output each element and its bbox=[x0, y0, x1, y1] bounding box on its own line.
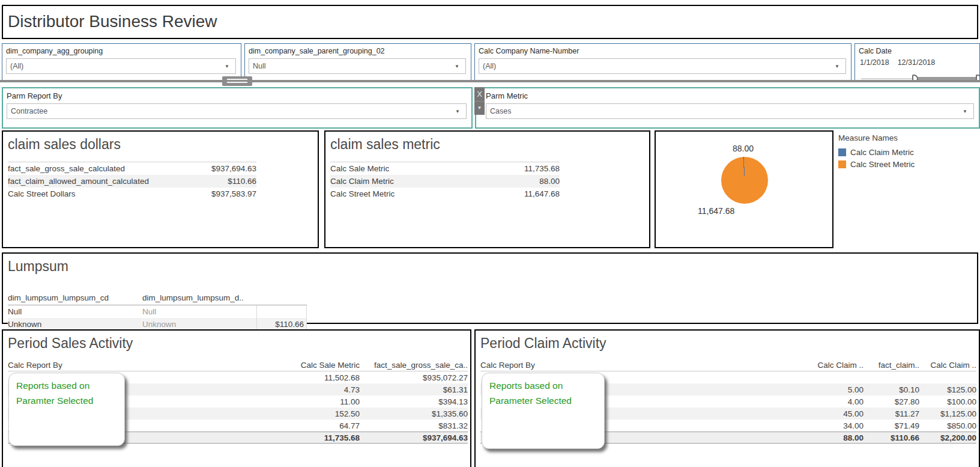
dropdown-value: Cases bbox=[490, 107, 960, 115]
chevron-down-icon[interactable]: ▼ bbox=[832, 64, 842, 69]
chevron-down-icon[interactable]: ▼ bbox=[222, 64, 232, 69]
drag-grip-handle[interactable] bbox=[222, 76, 252, 86]
zone-menu-caret-icon[interactable]: ▼ bbox=[474, 102, 485, 114]
dropdown-value: (All) bbox=[10, 62, 222, 70]
period-sales-panel: Period Sales Activity Calc Report By Cal… bbox=[2, 329, 471, 467]
table-header-row: dim_lumpsum_lumpsum_cd dim_lumpsum_lumps… bbox=[8, 293, 307, 305]
filter-label: Parm Report By bbox=[3, 88, 471, 102]
panel-title: Lumpsum bbox=[3, 254, 977, 277]
date-end: 12/31/2018 bbox=[898, 58, 936, 67]
annotation-callout: Reports based on Paramter Selected bbox=[8, 373, 125, 446]
filter-label: Calc Company Name-Number bbox=[475, 44, 851, 56]
table-row: Unknown Unknown $110.66 bbox=[8, 318, 307, 331]
table-row: Calc Sale Metric 11,735.68 bbox=[330, 162, 560, 175]
chevron-down-icon[interactable]: ▼ bbox=[453, 109, 462, 114]
panel-title: claim sales dollars bbox=[3, 132, 318, 155]
claim-sales-dollars-panel: claim sales dollars fact_sale_gross_sale… bbox=[2, 130, 319, 248]
annotation-callout: Reports based on Parameter Selected bbox=[482, 373, 605, 449]
legend-item[interactable]: Calc Claim Metric bbox=[838, 146, 946, 158]
filter-parent-grouping: dim_company_sale_parent_grouping_02 Null… bbox=[244, 43, 471, 81]
pie-chart[interactable] bbox=[721, 157, 768, 204]
table-row: Calc Claim Metric 88.00 bbox=[330, 175, 560, 188]
period-claims-panel: Period Claim Activity Calc Report By Cal… bbox=[474, 329, 980, 467]
dropdown-value: Contractee bbox=[11, 107, 453, 115]
title-panel: Distributor Business Review bbox=[2, 5, 978, 39]
zone-selection-bar bbox=[0, 80, 980, 82]
table-row: Calc Street Dollars $937,583.97 bbox=[8, 188, 256, 200]
claim-sales-metric-panel: claim sales metric Calc Sale Metric 11,7… bbox=[324, 130, 650, 248]
filter-calc-date: Calc Date 1/1/201812/31/2018 bbox=[854, 43, 980, 81]
table-row: fact_sale_gross_sale_calculated $937,694… bbox=[8, 162, 256, 175]
table-row: Null Null bbox=[8, 305, 307, 318]
table-header-row: Calc Report By Calc Sale Metric fact_sal… bbox=[8, 361, 468, 371]
panel-title: Period Sales Activity bbox=[3, 331, 470, 354]
pie-label-claim: 88.00 bbox=[733, 144, 754, 153]
parent-grouping-dropdown[interactable]: Null ▼ bbox=[249, 58, 466, 74]
panel-title: claim sales metric bbox=[325, 132, 649, 155]
parm-report-by-dropdown[interactable]: Contractee ▼ bbox=[7, 103, 467, 119]
dropdown-value: (All) bbox=[483, 62, 832, 70]
lumpsum-table: dim_lumpsum_lumpsum_cd dim_lumpsum_lumps… bbox=[8, 293, 307, 331]
agg-grouping-dropdown[interactable]: (All) ▼ bbox=[6, 58, 236, 74]
pie-panel: 88.00 11,647.68 bbox=[655, 130, 833, 248]
filter-parm-metric: Parm Metric Cases ▼ bbox=[475, 87, 980, 129]
legend-item[interactable]: Calc Street Metric bbox=[838, 158, 946, 170]
claim-sales-dollars-table: fact_sale_gross_sale_calculated $937,694… bbox=[8, 162, 256, 200]
filter-parm-report-by: Parm Report By Contractee ▼ bbox=[2, 87, 473, 129]
chevron-down-icon[interactable]: ▼ bbox=[960, 109, 970, 114]
dropdown-value: Null bbox=[253, 62, 452, 70]
date-start: 1/1/2018 bbox=[860, 58, 889, 67]
filter-company-name: Calc Company Name-Number (All) ▼ bbox=[474, 43, 851, 81]
claim-sales-metric-table: Calc Sale Metric 11,735.68 Calc Claim Me… bbox=[330, 162, 560, 200]
legend-swatch bbox=[838, 160, 846, 168]
legend-swatch bbox=[838, 148, 846, 156]
filter-label: Calc Date bbox=[855, 44, 979, 56]
pie-label-street: 11,647.68 bbox=[698, 206, 734, 216]
table-header-row: Calc Report By Calc Claim .. fact_claim.… bbox=[480, 361, 976, 371]
measure-names-legend: Measure Names Calc Claim Metric Calc Str… bbox=[838, 133, 946, 170]
zone-controls-strip: X ▼ bbox=[474, 87, 485, 115]
legend-title: Measure Names bbox=[838, 133, 946, 142]
chevron-down-icon[interactable]: ▼ bbox=[452, 64, 462, 69]
page-title: Distributor Business Review bbox=[3, 6, 977, 37]
company-name-dropdown[interactable]: (All) ▼ bbox=[479, 58, 846, 74]
lumpsum-panel: Lumpsum dim_lumpsum_lumpsum_cd dim_lumps… bbox=[2, 252, 978, 324]
parm-metric-dropdown[interactable]: Cases ▼ bbox=[486, 103, 974, 119]
dashboard: Distributor Business Review dim_company_… bbox=[0, 0, 980, 467]
filter-label: dim_company_agg_grouping bbox=[2, 44, 241, 56]
filter-label: Parm Metric bbox=[476, 88, 979, 102]
table-row: fact_claim_allowed_amount_calculated $11… bbox=[8, 175, 256, 188]
close-icon[interactable]: X bbox=[474, 87, 485, 102]
filter-agg-grouping: dim_company_agg_grouping (All) ▼ bbox=[2, 43, 241, 81]
filter-label: dim_company_sale_parent_grouping_02 bbox=[245, 44, 471, 56]
date-range-values: 1/1/201812/31/2018 bbox=[860, 58, 943, 67]
table-row: Calc Street Metric 11,647.68 bbox=[330, 188, 560, 200]
panel-title: Period Claim Activity bbox=[476, 331, 979, 354]
